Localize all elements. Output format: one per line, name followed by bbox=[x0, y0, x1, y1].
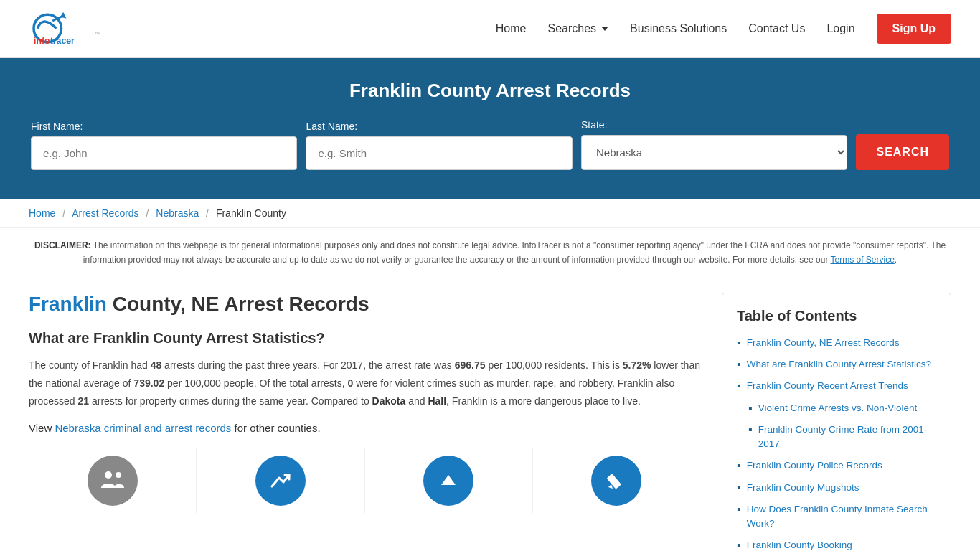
content-left: Franklin County, NE Arrest Records What … bbox=[29, 293, 722, 514]
search-button[interactable]: SEARCH bbox=[856, 134, 949, 170]
hero-banner: Franklin County Arrest Records First Nam… bbox=[0, 58, 980, 199]
view-suffix: for other counties. bbox=[231, 422, 320, 434]
nav-searches[interactable]: Searches bbox=[547, 22, 608, 35]
nav-contact-us[interactable]: Contact Us bbox=[748, 22, 805, 35]
toc-item-3: Violent Crime Arrests vs. Non-Violent bbox=[748, 401, 936, 415]
toc-link-6[interactable]: Franklin County Mugshots bbox=[747, 481, 859, 495]
arrest-stats-icon bbox=[88, 456, 138, 506]
toc-link-0[interactable]: Franklin County, NE Arrest Records bbox=[747, 336, 900, 350]
trend-arrow-icon bbox=[255, 456, 306, 506]
navbar: info tracer ™ Home Searches Business Sol… bbox=[0, 0, 980, 58]
toc-link-2[interactable]: Franklin County Recent Arrest Trends bbox=[747, 379, 908, 393]
toc-item-6: Franklin County Mugshots bbox=[737, 481, 936, 495]
svg-point-7 bbox=[116, 472, 121, 478]
breadcrumb-sep-3: / bbox=[206, 207, 209, 219]
toc-list: Franklin County, NE Arrest Records What … bbox=[737, 336, 936, 551]
last-name-label: Last Name: bbox=[306, 121, 572, 132]
nebraska-records-link[interactable]: Nebraska criminal and arrest records bbox=[55, 422, 231, 434]
view-prefix: View bbox=[29, 422, 55, 434]
breadcrumb-home[interactable]: Home bbox=[29, 207, 55, 219]
toc-link-5[interactable]: Franklin County Police Records bbox=[747, 458, 882, 473]
svg-text:™: ™ bbox=[95, 32, 100, 37]
toc-link-1[interactable]: What are Franklin County Arrest Statisti… bbox=[747, 357, 931, 372]
scroll-up-icon[interactable] bbox=[423, 456, 473, 506]
icon-item-1 bbox=[29, 448, 197, 513]
breadcrumb-state[interactable]: Nebraska bbox=[156, 207, 199, 219]
searches-chevron-down-icon bbox=[601, 27, 608, 31]
title-highlight: Franklin bbox=[29, 293, 107, 315]
svg-marker-10 bbox=[608, 484, 613, 489]
disclaimer-bar: DISCLAIMER: The information on this webp… bbox=[0, 228, 980, 278]
state-label: State: bbox=[581, 119, 847, 131]
icon-preview-row bbox=[29, 448, 700, 513]
icon-item-3 bbox=[365, 448, 533, 513]
first-name-group: First Name: bbox=[31, 121, 297, 170]
section-title: Franklin County, NE Arrest Records bbox=[29, 293, 700, 316]
nav-links: Home Searches Business Solutions Contact… bbox=[496, 14, 951, 44]
compare-1: Dakota bbox=[372, 395, 406, 407]
svg-point-6 bbox=[105, 471, 112, 479]
percent-lower: 5.72% bbox=[623, 359, 651, 371]
toc-item-1: What are Franklin County Arrest Statisti… bbox=[737, 357, 936, 372]
table-of-contents: Table of Contents Franklin County, NE Ar… bbox=[722, 293, 951, 551]
compare-2: Hall bbox=[428, 395, 446, 407]
toc-link-3[interactable]: Violent Crime Arrests vs. Non-Violent bbox=[758, 401, 918, 415]
signup-button[interactable]: Sign Up bbox=[877, 14, 951, 44]
first-name-input[interactable] bbox=[31, 136, 297, 170]
title-rest: County, NE Arrest Records bbox=[107, 293, 369, 315]
pencil-icon bbox=[591, 456, 641, 506]
toc-item-0: Franklin County, NE Arrest Records bbox=[737, 336, 936, 350]
nav-login[interactable]: Login bbox=[826, 22, 854, 35]
state-select[interactable]: Nebraska Alabama Alaska Arizona Californ… bbox=[581, 135, 847, 170]
logo[interactable]: info tracer ™ bbox=[29, 7, 129, 50]
breadcrumb-county: Franklin County bbox=[216, 207, 286, 219]
toc-title: Table of Contents bbox=[737, 308, 936, 324]
breadcrumb-sep-1: / bbox=[62, 207, 65, 219]
hero-title: Franklin County Arrest Records bbox=[29, 80, 951, 102]
svg-text:info: info bbox=[34, 36, 50, 46]
disclaimer-text: The information on this webpage is for g… bbox=[83, 240, 946, 265]
terms-of-service-link[interactable]: Terms of Service bbox=[831, 255, 895, 265]
body-paragraph: The county of Franklin had 48 arrests du… bbox=[29, 357, 700, 411]
violent-count: 0 bbox=[347, 377, 353, 389]
section-subtitle: What are Franklin County Arrest Statisti… bbox=[29, 330, 700, 347]
arrest-rate: 696.75 bbox=[455, 359, 486, 371]
main-content: Franklin County, NE Arrest Records What … bbox=[0, 278, 980, 551]
breadcrumb-sep-2: / bbox=[146, 207, 149, 219]
first-name-label: First Name: bbox=[31, 121, 297, 132]
search-form: First Name: Last Name: State: Nebraska A… bbox=[31, 119, 949, 170]
toc-item-2: Franklin County Recent Arrest Trends bbox=[737, 379, 936, 393]
last-name-input[interactable] bbox=[306, 136, 572, 170]
svg-marker-8 bbox=[441, 475, 456, 485]
state-group: State: Nebraska Alabama Alaska Arizona C… bbox=[581, 119, 847, 170]
last-name-group: Last Name: bbox=[306, 121, 572, 170]
nav-home[interactable]: Home bbox=[496, 22, 527, 35]
national-avg: 739.02 bbox=[133, 377, 164, 389]
nav-business-solutions[interactable]: Business Solutions bbox=[630, 22, 727, 35]
toc-link-4[interactable]: Franklin County Crime Rate from 2001-201… bbox=[758, 423, 936, 452]
disclaimer-label: DISCLAIMER: bbox=[34, 240, 91, 250]
property-count: 21 bbox=[77, 395, 89, 407]
breadcrumb: Home / Arrest Records / Nebraska / Frank… bbox=[0, 199, 980, 228]
toc-item-4: Franklin County Crime Rate from 2001-201… bbox=[748, 423, 936, 452]
toc-item-5: Franklin County Police Records bbox=[737, 458, 936, 473]
toc-link-8[interactable]: Franklin County Booking bbox=[747, 538, 852, 551]
icon-item-2 bbox=[197, 448, 364, 513]
svg-text:tracer: tracer bbox=[50, 36, 75, 46]
breadcrumb-arrest[interactable]: Arrest Records bbox=[72, 207, 138, 219]
toc-item-8: Franklin County Booking bbox=[737, 538, 936, 551]
view-paragraph: View Nebraska criminal and arrest record… bbox=[29, 422, 700, 434]
toc-link-7[interactable]: How Does Franklin County Inmate Search W… bbox=[747, 502, 936, 532]
icon-item-4 bbox=[533, 448, 700, 513]
toc-item-7: How Does Franklin County Inmate Search W… bbox=[737, 502, 936, 532]
arrests-count: 48 bbox=[151, 359, 162, 371]
